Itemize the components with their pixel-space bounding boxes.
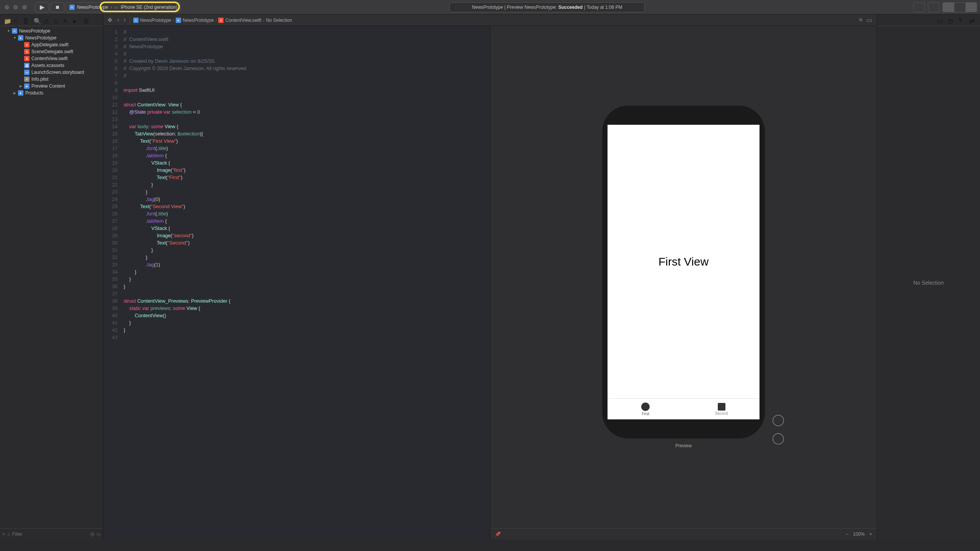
inspector-message: No Selection <box>913 280 944 286</box>
panel-toggles <box>942 2 977 12</box>
tree-file[interactable]: sSceneDelegate.swift <box>0 48 103 55</box>
status-prefix: NewsPrototype | Preview NewsPrototype: <box>472 5 557 10</box>
project-navigator-tab-icon[interactable]: 📁 <box>4 18 9 23</box>
help-inspector-tab-icon[interactable]: ? <box>959 17 965 23</box>
toggle-navigator-button[interactable] <box>942 2 954 12</box>
code-content[interactable]: //// ContentView.swift// NewsPrototype//… <box>121 26 490 540</box>
tree-group[interactable]: ▶▸Preview Content <box>0 83 103 90</box>
tree-label: Products <box>25 90 43 96</box>
scheme-name: NewsPrototype <box>77 5 108 10</box>
add-icon[interactable]: + <box>2 531 5 537</box>
symbol-tab-icon[interactable]: {} <box>24 18 29 23</box>
breakpoint-tab-icon[interactable]: ▸ <box>74 18 79 23</box>
status-result: Succeeded <box>559 5 583 10</box>
preview-body: First View <box>608 125 760 398</box>
tree-file[interactable]: ▭LaunchScreen.storyboard <box>0 69 103 76</box>
tree-label: ContentView.swift <box>31 56 68 61</box>
tree-file[interactable]: sContentView.swift <box>0 55 103 62</box>
zoom-in-icon[interactable]: + <box>869 531 872 537</box>
circle-icon <box>641 403 650 411</box>
tree-file[interactable]: ≡Info.plist <box>0 76 103 83</box>
scheme-selector[interactable]: A NewsPrototype › ▭ iPhone SE (2nd gener… <box>66 2 181 12</box>
tree-label: NewsPrototype <box>25 35 56 41</box>
find-tab-icon[interactable]: 🔍 <box>34 18 39 23</box>
tab-label: Second <box>715 411 728 416</box>
history-inspector-tab-icon[interactable]: ◷ <box>948 17 954 23</box>
tree-project-root[interactable]: ▼ANewsPrototype <box>0 28 103 34</box>
tree-label: LaunchScreen.storyboard <box>31 70 84 75</box>
editor-history-controls: ❖ ‹ › <box>103 16 130 24</box>
forward-icon[interactable]: › <box>124 16 126 24</box>
close-window-icon[interactable] <box>5 5 9 10</box>
preview-canvas: First View First Second <box>490 26 877 540</box>
toggle-debug-button[interactable] <box>954 2 965 12</box>
activity-viewer: NewsPrototype | Preview NewsPrototype: S… <box>182 2 912 12</box>
project-tree: ▼ANewsPrototype ▼▸NewsPrototype sAppDele… <box>0 26 103 528</box>
preview-tab-first[interactable]: First <box>608 399 684 419</box>
breadcrumb-item[interactable]: NewsPrototype <box>183 18 214 23</box>
device-frame: First View First Second <box>602 106 765 439</box>
filter-input[interactable] <box>12 531 88 537</box>
preview-label: Preview <box>602 443 765 448</box>
preview-viewport[interactable]: First View First Second <box>490 26 877 528</box>
tree-label: Info.plist <box>31 77 49 82</box>
breadcrumb-item[interactable]: NewsPrototype <box>140 18 171 23</box>
back-icon[interactable]: ‹ <box>117 16 119 24</box>
navigator-filter-bar: + ⌕ ◷ ▭ <box>0 528 103 540</box>
breadcrumb-item[interactable]: ContentView.swift <box>225 18 261 23</box>
debug-tab-icon[interactable]: ≡ <box>64 18 69 23</box>
preview-text: First View <box>658 255 709 268</box>
inspector-body: No Selection <box>877 26 980 540</box>
recent-icon[interactable]: ◷ <box>90 531 94 537</box>
app-icon: A <box>69 5 75 10</box>
preview-tab-second[interactable]: Second <box>684 399 760 419</box>
inspector-panel: ▭ ◷ ? ⇄ No Selection <box>877 15 980 540</box>
scm-icon[interactable]: ▭ <box>96 531 101 537</box>
square-icon <box>718 403 725 411</box>
editor-layout-icon[interactable]: ≡ <box>859 16 862 24</box>
tree-file[interactable]: sAppDelegate.swift <box>0 41 103 48</box>
navigator-panel: 📁 ⑃ {} 🔍 ⚠ ◇ ≡ ▸ ☰ ▼ANewsPrototype ▼▸New… <box>0 15 103 540</box>
file-inspector-tab-icon[interactable]: ▭ <box>937 17 943 23</box>
zoom-out-icon[interactable]: − <box>846 531 848 537</box>
live-preview-button[interactable] <box>773 415 784 426</box>
stop-button[interactable]: ■ <box>51 2 64 12</box>
pin-icon[interactable]: 📌 <box>495 531 501 537</box>
minimize-window-icon[interactable] <box>13 5 18 10</box>
editor-tabbar: ❖ ‹ › ANewsPrototype › ▸NewsPrototype › … <box>103 15 877 26</box>
tree-label: NewsPrototype <box>19 28 50 34</box>
tab-label: First <box>642 412 649 416</box>
source-control-tab-icon[interactable]: ⑃ <box>14 18 19 23</box>
adjust-editor-icon[interactable]: ▭ <box>866 16 872 24</box>
zoom-level[interactable]: 100% <box>853 531 865 537</box>
status-text[interactable]: NewsPrototype | Preview NewsPrototype: S… <box>449 2 645 12</box>
related-items-icon[interactable]: ❖ <box>107 16 113 24</box>
preview-controls <box>773 415 784 445</box>
filter-icon: ⌕ <box>7 531 10 537</box>
toolbar-right <box>913 2 977 12</box>
attributes-inspector-tab-icon[interactable]: ⇄ <box>969 17 975 23</box>
tree-group[interactable]: ▶▸Products <box>0 90 103 96</box>
tree-label: SceneDelegate.swift <box>31 49 73 54</box>
run-button[interactable]: ▶ <box>35 2 49 12</box>
report-tab-icon[interactable]: ☰ <box>83 18 89 23</box>
inspector-tabs: ▭ ◷ ? ⇄ <box>877 15 980 26</box>
tree-label: AppDelegate.swift <box>31 42 69 47</box>
swift-icon: s <box>218 18 224 23</box>
toggle-inspector-button[interactable] <box>965 2 977 12</box>
jump-bar[interactable]: ANewsPrototype › ▸NewsPrototype › sConte… <box>130 18 854 23</box>
code-review-button[interactable] <box>928 2 939 12</box>
editor-options: ≡ ▭ <box>854 16 877 24</box>
inspect-preview-button[interactable] <box>773 433 784 445</box>
breadcrumb-item[interactable]: No Selection <box>266 18 292 23</box>
source-editor[interactable]: 1234567891011121314151617181920212223242… <box>103 26 490 540</box>
device-icon: ▭ <box>114 5 118 10</box>
issue-tab-icon[interactable]: ⚠ <box>44 18 49 23</box>
device-name: iPhone SE (2nd generation) <box>121 5 177 10</box>
tree-label: Assets.xcassets <box>31 63 64 68</box>
test-tab-icon[interactable]: ◇ <box>54 18 59 23</box>
zoom-window-icon[interactable] <box>22 5 27 10</box>
library-button[interactable] <box>913 2 925 12</box>
tree-file[interactable]: ▦Assets.xcassets <box>0 62 103 69</box>
tree-group[interactable]: ▼▸NewsPrototype <box>0 34 103 41</box>
